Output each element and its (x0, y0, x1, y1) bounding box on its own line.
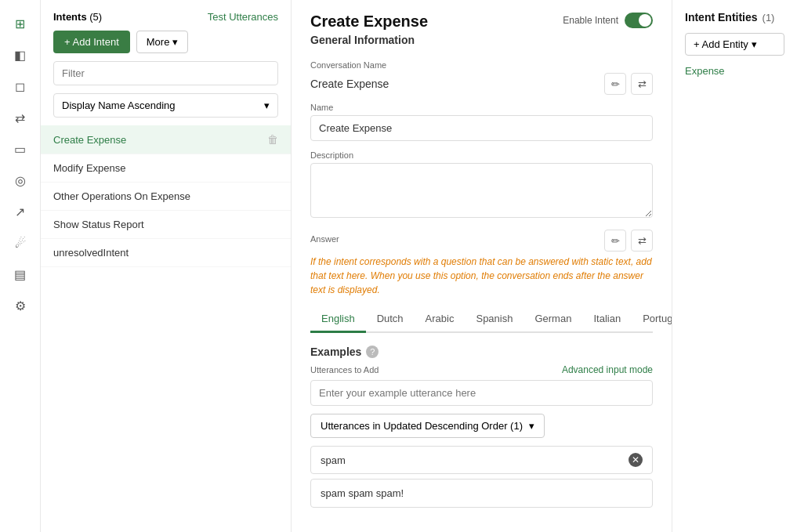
intents-title: Intents (5) (53, 11, 102, 23)
filter-input[interactable] (53, 61, 278, 85)
description-textarea[interactable] (310, 163, 653, 218)
tab-german[interactable]: German (523, 306, 582, 333)
utterance-clear-button[interactable]: ✕ (629, 453, 643, 467)
entity-tag-expense[interactable]: Expense (685, 65, 784, 77)
intents-actions: + Add Intent More ▾ (41, 31, 291, 61)
utterance-input[interactable] (310, 380, 653, 406)
name-input[interactable] (310, 115, 653, 141)
utterance-text: spam (321, 454, 629, 466)
answer-section: Answer ✏ ⇄ If the intent corresponds wit… (310, 230, 653, 297)
test-utterances-link[interactable]: Test Utterances (208, 11, 278, 23)
translate-icon[interactable]: ⇄ (6, 103, 34, 132)
tab-dutch[interactable]: Dutch (366, 306, 415, 333)
rss-icon[interactable]: ☄ (6, 229, 34, 257)
intent-entities-count: (1) (763, 12, 775, 24)
delete-icon[interactable]: 🗑 (267, 133, 278, 146)
intent-item-create-expense[interactable]: Create Expense 🗑 (41, 125, 291, 154)
answer-label: Answer (310, 234, 339, 244)
intent-item-show-status[interactable]: Show Status Report (41, 211, 291, 239)
tab-italian[interactable]: Italian (582, 306, 632, 333)
examples-label: Examples (310, 346, 361, 358)
edit-conversation-name-button[interactable]: ✏ (604, 73, 626, 95)
top-header: Create Expense General Information Enabl… (310, 13, 653, 57)
edit-answer-button[interactable]: ✏ (604, 230, 626, 252)
advanced-input-mode-link[interactable]: Advanced input mode (562, 364, 653, 375)
settings-icon[interactable]: ⚙ (6, 291, 34, 320)
more-button[interactable]: More ▾ (136, 31, 189, 53)
home-icon[interactable]: ⊞ (6, 9, 34, 38)
database-icon[interactable]: ▤ (6, 260, 34, 288)
message-icon[interactable]: ▭ (6, 135, 34, 163)
chart-icon[interactable]: ↗ (6, 197, 34, 226)
intent-entities-title: Intent Entities (685, 11, 758, 24)
intents-header: Intents (5) Test Utterances (41, 0, 291, 31)
intent-item-modify-expense[interactable]: Modify Expense (41, 154, 291, 183)
add-entity-button[interactable]: + Add Entity ▾ (685, 33, 784, 56)
enable-intent-toggle[interactable] (625, 13, 653, 28)
description-label: Description (310, 150, 653, 160)
utterance-item-spam-spam: spam spam spam! (310, 479, 653, 508)
translate-conversation-name-button[interactable]: ⇄ (631, 73, 653, 95)
right-panel: Intent Entities (1) + Add Entity ▾ Expen… (672, 0, 797, 532)
enable-intent-label: Enable Intent (563, 15, 618, 26)
utterances-dropdown-label: Utterances in Updated Descending Order (… (321, 420, 523, 432)
translate-answer-button[interactable]: ⇄ (631, 230, 653, 252)
examples-header: Examples ? (310, 346, 653, 358)
chevron-down-icon: ▾ (172, 36, 178, 48)
page-title: Create Expense (310, 13, 428, 31)
page-title-area: Create Expense General Information (310, 13, 428, 57)
utterances-to-add-row: Utterances to Add Advanced input mode (310, 364, 653, 375)
utterance-text: spam spam spam! (321, 487, 404, 499)
utterances-dropdown[interactable]: Utterances in Updated Descending Order (… (310, 414, 545, 438)
bulb-icon[interactable]: ◎ (6, 166, 34, 194)
answer-section-header: Answer ✏ ⇄ (310, 230, 653, 252)
examples-info-icon[interactable]: ? (366, 346, 379, 358)
utterance-item-spam: spam ✕ (310, 446, 653, 474)
sort-dropdown[interactable]: Display Name Ascending ▾ (53, 93, 278, 118)
intent-item-other-operations[interactable]: Other Operations On Expense (41, 183, 291, 211)
language-tabs: English Dutch Arabic Spanish German Ital… (310, 306, 653, 333)
conversation-name-row: Create Expense ✏ ⇄ (310, 73, 653, 95)
add-intent-button[interactable]: + Add Intent (53, 31, 130, 53)
conversation-name-value: Create Expense (310, 78, 389, 90)
toggle-knob (639, 14, 651, 27)
conversation-name-label: Conversation Name (310, 60, 653, 70)
icon-rail: ⊞ ◧ ◻ ⇄ ▭ ◎ ↗ ☄ ▤ ⚙ (0, 0, 41, 532)
enable-intent-row: Enable Intent (563, 13, 653, 28)
document-icon[interactable]: ◧ (6, 41, 34, 69)
answer-actions: ✏ ⇄ (604, 230, 653, 252)
sort-label: Display Name Ascending (62, 100, 176, 111)
tab-spanish[interactable]: Spanish (465, 306, 523, 333)
tab-arabic[interactable]: Arabic (415, 306, 466, 333)
tab-english[interactable]: English (310, 306, 366, 333)
intent-list: Create Expense 🗑 Modify Expense Other Op… (41, 125, 291, 532)
sort-chevron-icon: ▾ (264, 100, 270, 111)
answer-help-text: If the intent corresponds with a questio… (310, 255, 653, 297)
name-label: Name (310, 103, 653, 112)
utterances-to-add-label: Utterances to Add (310, 365, 379, 375)
utterances-dropdown-chevron: ▾ (529, 420, 534, 432)
intents-panel: Intents (5) Test Utterances + Add Intent… (41, 0, 292, 532)
chat-icon[interactable]: ◻ (6, 72, 34, 100)
right-panel-header: Intent Entities (1) (685, 11, 784, 24)
main-content: Create Expense General Information Enabl… (292, 0, 672, 532)
add-entity-chevron-icon: ▾ (752, 38, 757, 50)
section-title: General Information (310, 34, 428, 46)
intent-item-unresolved[interactable]: unresolvedIntent (41, 239, 291, 267)
conversation-name-actions: ✏ ⇄ (604, 73, 653, 95)
tab-portuguese[interactable]: Portuguese (632, 306, 672, 333)
